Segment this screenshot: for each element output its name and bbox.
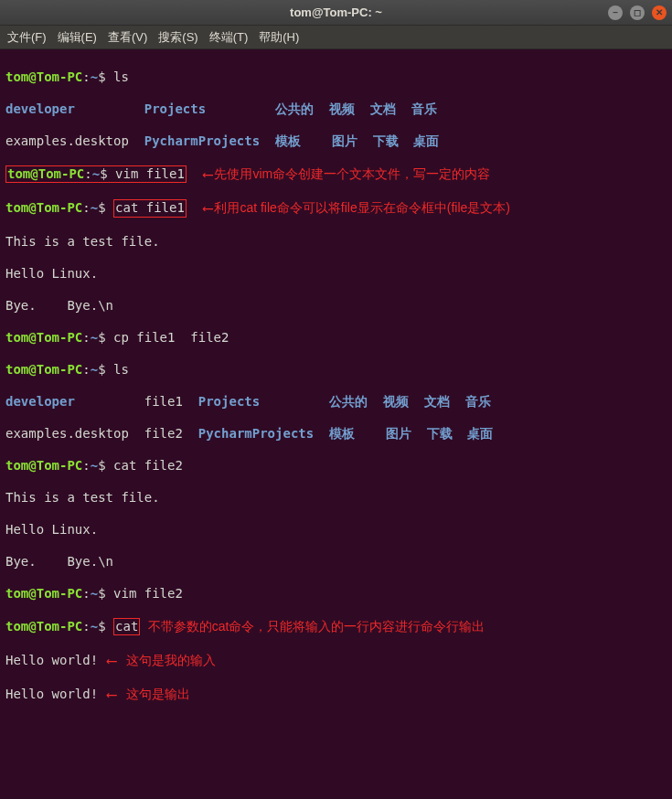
ls-dir: PycharmProjects [198,426,314,441]
arrow-icon: ⟵ [204,199,213,218]
menu-terminal[interactable]: 终端(T) [209,29,249,46]
ls-dir: 模板 [329,426,355,441]
minimize-button[interactable]: – [608,5,623,20]
cmd-ls: ls [113,69,129,84]
file-content: This is a test file. [5,490,667,506]
cmd-vim-file1: vim file1 [115,166,185,181]
ls-dir: 公共的 [329,394,368,409]
window-title: tom@Tom-PC: ~ [290,5,382,19]
window-titlebar: tom@Tom-PC: ~ – ◻ ✕ [0,0,672,26]
ls-dir: Projects [198,394,260,409]
cmd-cat-file1: cat file1 [115,200,185,215]
annotation: 不带参数的cat命令，只能将输入的一行内容进行命令行输出 [148,619,485,634]
highlight-box: cat [113,618,140,636]
cmd-vim-file2: vim file2 [113,586,183,601]
menu-view[interactable]: 查看(V) [108,29,147,46]
menubar: 文件(F) 编辑(E) 查看(V) 搜索(S) 终端(T) 帮助(H) [0,26,672,49]
ls-dir: 公共的 [275,101,314,116]
menu-search[interactable]: 搜索(S) [158,29,197,46]
file-content: Bye. Bye.\n [5,298,667,314]
prompt-user: tom@Tom-PC [5,69,82,84]
file-content: Bye. Bye.\n [5,554,667,570]
cmd-ls: ls [113,362,129,377]
window-controls: – ◻ ✕ [608,5,667,20]
annotation: 利用cat file命令可以将file显示在命令框中(file是文本) [214,200,510,215]
menu-help[interactable]: 帮助(H) [259,29,299,46]
annotation: 这句是我的输入 [126,653,216,667]
arrow-icon: ⟵ [108,652,117,670]
ls-dir: 图片 [386,426,411,441]
ls-dir: 下载 [373,133,399,148]
ls-dir: 视频 [383,394,409,409]
ls-dir: 下载 [427,426,453,441]
arrow-icon: ⟵ [108,686,117,704]
ls-dir: PycharmProjects [144,133,260,148]
close-button[interactable]: ✕ [652,5,667,20]
file-content: Hello Linux. [5,522,667,538]
highlight-box: tom@Tom-PC:~$ vim file1 [5,165,187,184]
ls-file: examples.desktop [5,426,129,441]
ls-dir: 视频 [329,101,355,116]
menu-file[interactable]: 文件(F) [7,29,47,46]
file-content: This is a test file. [5,234,667,250]
annotation: 先使用vim命令创建一个文本文件，写一定的内容 [214,166,490,181]
ls-file: file1 [144,394,183,409]
file-content: Hello Linux. [5,266,667,282]
ls-dir: 音乐 [465,394,491,409]
cat-stdin: Hello world! [5,653,98,667]
ls-dir: 音乐 [411,101,437,116]
ls-dir: 桌面 [467,426,493,441]
highlight-box: cat file1 [113,199,187,218]
ls-dir: 文档 [424,394,450,409]
annotation: 这句是输出 [126,687,190,701]
maximize-button[interactable]: ◻ [630,5,645,20]
cmd-cp: cp file1 file2 [113,330,229,345]
ls-file: examples.desktop [5,133,129,148]
ls-dir: 桌面 [413,133,439,148]
menu-edit[interactable]: 编辑(E) [58,29,97,46]
ls-dir: developer [5,101,75,116]
cmd-cat-file2: cat file2 [113,458,183,473]
ls-dir: Projects [144,101,206,116]
ls-dir: 模板 [275,133,301,148]
cat-stdout: Hello world! [5,687,98,701]
cmd-cat-bare: cat [115,619,138,634]
ls-dir: 图片 [332,133,357,148]
ls-dir: 文档 [370,101,396,116]
terminal-area[interactable]: tom@Tom-PC:~$ ls developer Projects 公共的 … [0,49,672,799]
prompt-path: ~ [91,69,98,84]
ls-dir: developer [5,394,75,409]
arrow-icon: ⟵ [204,165,213,184]
ls-file: file2 [144,426,183,441]
